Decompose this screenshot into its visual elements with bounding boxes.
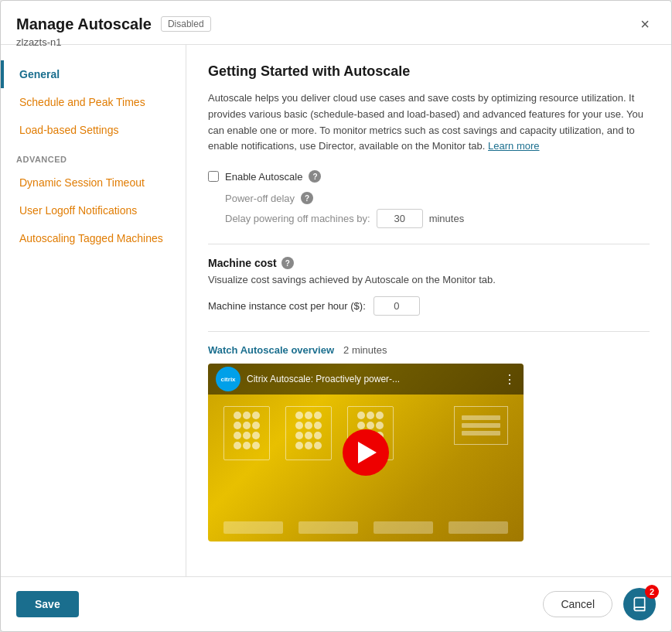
modal-footer: Save Cancel 2: [1, 576, 671, 631]
enable-autoscale-label: Enable Autoscale: [225, 171, 302, 183]
cost-input[interactable]: [374, 296, 420, 316]
enable-help-icon[interactable]: ?: [309, 170, 321, 183]
sidebar-item-general[interactable]: General: [1, 60, 186, 88]
sidebar-item-loadbased[interactable]: Load-based Settings: [1, 116, 186, 144]
book-icon: [632, 596, 647, 612]
footer-right: Cancel 2: [543, 588, 656, 620]
video-section: Watch Autoscale overview 2 minutes citri…: [208, 331, 650, 541]
video-container[interactable]: citrix Citrix Autoscale: Proactively pow…: [208, 364, 524, 541]
sidebar: General Schedule and Peak Times Load-bas…: [1, 45, 186, 576]
server-box-2: [285, 406, 332, 460]
bottom-bar-2: [298, 521, 358, 534]
sidebar-item-schedule[interactable]: Schedule and Peak Times: [1, 88, 186, 116]
learn-more-link[interactable]: Learn more: [488, 140, 539, 152]
machine-cost-help-icon[interactable]: ?: [281, 257, 294, 269]
video-header: Watch Autoscale overview 2 minutes: [208, 344, 650, 356]
poweroff-help-icon[interactable]: ?: [301, 192, 313, 204]
delay-description-label: Delay powering off machines by:: [225, 213, 370, 224]
help-button[interactable]: 2: [623, 588, 656, 620]
play-triangle-icon: [358, 442, 377, 463]
bottom-bars: [223, 521, 508, 534]
right-server-box: [454, 406, 508, 445]
video-title: Citrix Autoscale: Proactively power-...: [247, 374, 497, 384]
bottom-bar-4: [449, 521, 508, 534]
citrix-badge: citrix: [216, 367, 240, 391]
sidebar-item-tagged[interactable]: Autoscaling Tagged Machines: [1, 224, 186, 252]
modal-body: General Schedule and Peak Times Load-bas…: [1, 45, 671, 576]
sidebar-item-dynamic[interactable]: Dynamic Session Timeout: [1, 169, 186, 196]
save-button[interactable]: Save: [16, 591, 79, 617]
advanced-section-label: ADVANCED: [1, 144, 186, 169]
machine-cost-section: Machine cost ?: [208, 257, 650, 269]
machine-cost-description: Visualize cost savings achieved by Autos…: [208, 274, 650, 285]
video-duration: 2 minutes: [343, 344, 387, 356]
cost-label: Machine instance cost per hour ($):: [208, 300, 366, 312]
manage-autoscale-modal: Manage Autoscale Disabled × zlzazts-n1 G…: [0, 0, 672, 632]
content-description: Autoscale helps you deliver cloud use ca…: [208, 91, 650, 155]
poweroff-label: Power-off delay: [225, 193, 295, 204]
modal-header: Manage Autoscale Disabled × zlzazts-n1: [1, 1, 671, 45]
delay-row: Delay powering off machines by: minutes: [225, 209, 650, 228]
status-badge: Disabled: [161, 16, 211, 32]
section-divider: [208, 244, 650, 244]
enable-autoscale-row: Enable Autoscale ?: [208, 170, 650, 183]
modal-subtitle: zlzazts-n1: [16, 36, 62, 48]
minutes-label: minutes: [429, 213, 465, 224]
bottom-bar-1: [223, 521, 283, 534]
modal-title: Manage Autoscale: [16, 15, 152, 33]
content-title: Getting Started with Autoscale: [208, 63, 650, 80]
video-menu-dots[interactable]: ⋮: [503, 372, 516, 387]
content-area: Getting Started with Autoscale Autoscale…: [186, 45, 671, 576]
play-button[interactable]: [343, 429, 389, 476]
close-button[interactable]: ×: [634, 13, 656, 35]
watch-link[interactable]: Watch Autoscale overview: [208, 344, 334, 356]
video-top-bar: citrix Citrix Autoscale: Proactively pow…: [208, 364, 524, 395]
cancel-button[interactable]: Cancel: [543, 591, 612, 617]
cost-row: Machine instance cost per hour ($):: [208, 296, 650, 316]
sidebar-item-logoff[interactable]: User Logoff Notifications: [1, 196, 186, 224]
delay-input[interactable]: [377, 209, 423, 228]
enable-autoscale-checkbox[interactable]: [208, 171, 219, 182]
poweroff-delay-row: Power-off delay ?: [225, 192, 650, 204]
help-badge-count: 2: [645, 585, 659, 599]
server-box-1: [223, 406, 270, 460]
bottom-bar-3: [374, 521, 433, 534]
